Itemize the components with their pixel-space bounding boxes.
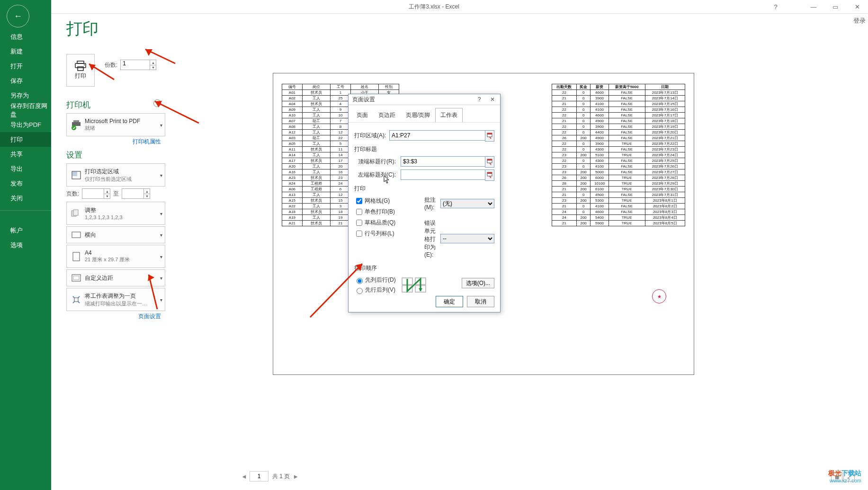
print-area-dropdown[interactable]: 打印选定区域 仅打印当前选定区域 ▾ xyxy=(66,163,165,187)
sidebar-item-options[interactable]: 选项 xyxy=(0,238,51,252)
current-page-input[interactable] xyxy=(250,471,268,481)
printer-properties-link[interactable]: 打印机属性 xyxy=(66,138,161,146)
restore-button[interactable]: ▭ xyxy=(824,0,846,13)
collate-dropdown[interactable]: 调整 1,2,3 1,2,3 1,2,3 ▾ xyxy=(66,202,165,225)
svg-rect-11 xyxy=(73,210,78,215)
sidebar-item-8[interactable]: 共享 xyxy=(0,147,51,161)
margins-icon xyxy=(70,271,83,285)
chevron-down-icon: ▾ xyxy=(160,276,162,281)
top-rows-input[interactable] xyxy=(401,156,494,167)
sidebar-item-11[interactable]: 关闭 xyxy=(0,191,51,205)
errors-label: 错误单元格打印为(E): xyxy=(424,219,440,258)
sidebar-item-9[interactable]: 导出 xyxy=(0,161,51,176)
prev-page-button[interactable]: ◄ xyxy=(238,472,248,481)
dialog-tab-1[interactable]: 页边距 xyxy=(373,108,401,122)
margins-dropdown[interactable]: 自定义边距 ▾ xyxy=(66,269,165,286)
dialog-tab-0[interactable]: 页面 xyxy=(351,108,373,122)
page-setup-link[interactable]: 页面设置 xyxy=(66,312,161,321)
svg-rect-15 xyxy=(73,276,79,280)
svg-rect-5 xyxy=(73,120,79,122)
window-controls: — ▭ ✕ xyxy=(803,0,868,13)
pages-to-label: 至 xyxy=(113,190,119,198)
sidebar-item-account[interactable]: 帐户 xyxy=(0,223,51,238)
collate-icon xyxy=(70,207,83,220)
dialog-tab-3[interactable]: 工作表 xyxy=(435,108,463,122)
copies-field: 份数: 1 ▲ ▼ xyxy=(105,60,156,70)
next-page-button[interactable]: ► xyxy=(290,472,299,481)
dialog-titlebar: 页面设置 ? ✕ xyxy=(349,94,500,105)
svg-rect-4 xyxy=(72,122,81,126)
dialog-tab-2[interactable]: 页眉/页脚 xyxy=(401,108,435,122)
pages-to-input[interactable]: ▲▼ xyxy=(122,188,150,199)
range-picker-button[interactable] xyxy=(485,156,494,168)
sidebar-item-3[interactable]: 保存 xyxy=(0,73,51,88)
bw-checkbox[interactable] xyxy=(356,209,362,215)
comments-select[interactable]: (无) xyxy=(440,199,494,208)
sidebar-item-5[interactable]: 保存到百度网盘 xyxy=(0,103,51,117)
draft-checkbox[interactable] xyxy=(356,220,362,226)
print-area-label: 打印区域(A): xyxy=(354,132,389,140)
svg-point-3 xyxy=(84,64,85,65)
pages-label: 页数: xyxy=(66,190,79,198)
ok-button[interactable]: 确定 xyxy=(436,296,463,307)
sidebar-item-7[interactable]: 打印 xyxy=(0,132,51,147)
order-down-radio[interactable] xyxy=(357,278,363,284)
info-icon[interactable]: i xyxy=(153,99,161,107)
page-order-diagram-icon xyxy=(401,276,427,294)
paper-dropdown[interactable]: A4 21 厘米 x 29.7 厘米 ▾ xyxy=(66,245,165,268)
preview-table-right: 出勤天数奖金薪资薪资高于5000日期2204600FALSE2023年7月13日… xyxy=(552,84,685,226)
left-cols-input[interactable] xyxy=(401,169,494,180)
pages-from-input[interactable]: ▲▼ xyxy=(82,188,110,199)
rowcol-checkbox[interactable] xyxy=(356,231,362,237)
printer-heading: 打印机 i xyxy=(66,99,161,110)
watermark: 极光下载站 www.xz7.com xyxy=(828,469,861,483)
print-options-heading: 打印 xyxy=(354,185,494,193)
help-icon[interactable]: ? xyxy=(769,0,783,13)
spinner-down-icon[interactable]: ▼ xyxy=(143,194,150,198)
range-picker-button[interactable] xyxy=(485,169,494,181)
close-button[interactable]: ✕ xyxy=(846,0,868,13)
range-ref-icon xyxy=(487,172,492,178)
gridlines-checkbox[interactable] xyxy=(356,198,362,204)
sidebar-item-10[interactable]: 发布 xyxy=(0,176,51,191)
svg-rect-12 xyxy=(72,232,81,238)
cancel-button[interactable]: 取消 xyxy=(467,296,494,307)
range-picker-button[interactable] xyxy=(485,130,494,142)
minimize-button[interactable]: — xyxy=(803,0,824,13)
print-button[interactable]: 打印 xyxy=(66,54,95,87)
back-button[interactable]: ← xyxy=(7,5,29,27)
dialog-help-button[interactable]: ? xyxy=(473,95,486,104)
top-rows-label: 顶端标题行(R): xyxy=(358,158,401,166)
spinner-down-icon[interactable]: ▼ xyxy=(150,65,156,70)
svg-rect-16 xyxy=(74,298,78,302)
gridlines-label: 网格线(G) xyxy=(365,197,390,205)
backstage-sidebar: ← 信息新建打开保存另存为保存到百度网盘导出为PDF打印共享导出发布关闭帐户选项 xyxy=(0,0,51,490)
dialog-options-button[interactable]: 选项(O)... xyxy=(462,278,494,288)
print-area-input[interactable] xyxy=(389,130,494,141)
print-settings-column: 打印 xyxy=(66,54,161,87)
stamp-icon: ★ xyxy=(652,289,666,303)
copies-spinner[interactable]: 1 ▲ ▼ xyxy=(120,60,156,70)
errors-select[interactable]: -- xyxy=(440,234,494,243)
svg-rect-20 xyxy=(487,159,492,160)
chevron-down-icon: ▾ xyxy=(160,172,162,178)
rowcol-label: 行号列标(L) xyxy=(365,230,394,238)
chevron-down-icon: ▾ xyxy=(160,122,162,127)
sidebar-item-6[interactable]: 导出为PDF xyxy=(0,117,51,132)
sidebar-item-4[interactable]: 另存为 xyxy=(0,88,51,103)
page-setup-dialog: 页面设置 ? ✕ 页面页边距页眉/页脚工作表 打印区域(A): 打印标题 顶端标… xyxy=(348,94,501,312)
landscape-icon xyxy=(70,228,83,241)
printer-dropdown[interactable]: Microsoft Print to PDF 就绪 ▾ xyxy=(66,113,165,136)
spinner-down-icon[interactable]: ▼ xyxy=(104,194,110,198)
print-button-label: 打印 xyxy=(75,72,86,80)
order-over-radio[interactable] xyxy=(357,288,363,294)
range-ref-icon xyxy=(487,159,492,165)
chevron-down-icon: ▾ xyxy=(160,297,162,302)
sidebar-item-0[interactable]: 信息 xyxy=(0,29,51,44)
dialog-close-button[interactable]: ✕ xyxy=(486,95,499,104)
print-titles-heading: 打印标题 xyxy=(354,145,494,153)
sidebar-item-1[interactable]: 新建 xyxy=(0,44,51,59)
scaling-dropdown[interactable]: 将工作表调整为一页 缩减打印输出以显示在一… ▾ xyxy=(66,288,165,311)
orientation-dropdown[interactable]: 横向 ▾ xyxy=(66,226,165,243)
sidebar-item-2[interactable]: 打开 xyxy=(0,59,51,73)
